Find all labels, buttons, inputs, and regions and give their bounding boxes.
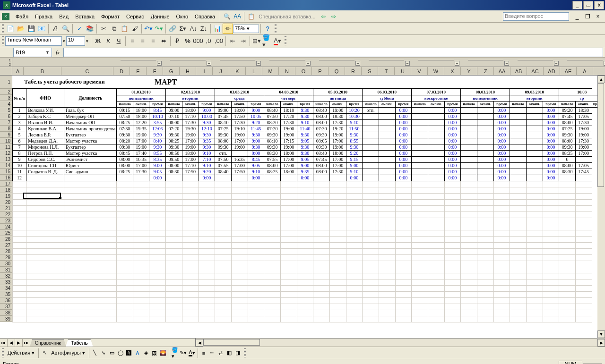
time-cell[interactable] <box>477 126 493 132</box>
time-cell[interactable] <box>559 175 576 181</box>
time-cell[interactable]: 09:30 <box>264 144 281 150</box>
time-cell[interactable]: 08:25 <box>117 169 133 175</box>
time-cell[interactable]: 0:00 <box>395 126 412 132</box>
time-cell[interactable]: 19:00 <box>329 132 346 138</box>
time-cell[interactable]: 0:00 <box>444 144 461 150</box>
time-cell[interactable]: 0:00 <box>248 150 264 156</box>
time-cell[interactable] <box>510 144 527 150</box>
time-cell[interactable]: 09:30 <box>559 132 576 138</box>
time-cell[interactable]: 9:30 <box>297 132 313 138</box>
mdi-min-icon[interactable]: _ <box>572 12 582 21</box>
doc-icon[interactable]: X <box>2 13 9 20</box>
time-cell[interactable]: 08:00 <box>559 138 576 144</box>
time-cell[interactable]: 0:00 <box>493 169 510 175</box>
time-cell[interactable]: 0:00 <box>395 144 412 150</box>
scroll-down-icon[interactable]: ▼ <box>597 330 605 338</box>
time-cell[interactable]: 09:30 <box>215 144 232 150</box>
time-cell[interactable]: 9:05 <box>297 156 313 162</box>
row-header-21[interactable]: 21 <box>0 205 12 212</box>
time-cell[interactable]: 9:30 <box>199 132 215 138</box>
time-cell[interactable] <box>363 119 379 126</box>
time-cell[interactable] <box>477 119 493 126</box>
time-cell[interactable] <box>526 144 543 150</box>
group-collapse-button[interactable]: − <box>207 61 211 66</box>
time-cell[interactable]: 9:20 <box>199 169 215 175</box>
time-cell[interactable] <box>379 144 395 150</box>
row-header-11[interactable]: 11 <box>0 144 12 150</box>
time-cell[interactable]: 07:45 <box>215 113 232 119</box>
time-cell[interactable]: 9:30 <box>248 144 264 150</box>
time-cell[interactable] <box>329 175 346 181</box>
time-cell[interactable]: 3:55 <box>149 119 166 126</box>
close-button[interactable]: X <box>594 1 604 9</box>
time-cell[interactable]: 0:00 <box>543 144 559 150</box>
time-cell[interactable]: 9:10 <box>346 119 363 126</box>
time-cell[interactable]: 6 <box>559 156 576 162</box>
time-cell[interactable]: 9:10 <box>248 169 264 175</box>
time-cell[interactable]: 08:00 <box>313 169 330 175</box>
time-cell[interactable] <box>510 150 527 156</box>
time-cell[interactable]: 19:00 <box>329 144 346 150</box>
back-icon[interactable]: ⇦ <box>319 12 328 21</box>
time-cell[interactable]: 0:00 <box>493 138 510 144</box>
time-cell[interactable]: 08:00 <box>559 119 576 126</box>
time-cell[interactable]: 19:00 <box>329 107 346 113</box>
row-header-15[interactable]: 15 <box>0 169 12 175</box>
time-cell[interactable]: 08:40 <box>264 107 281 113</box>
time-cell[interactable] <box>363 169 379 175</box>
time-cell[interactable]: 0:00 <box>395 162 412 169</box>
time-cell[interactable] <box>477 113 493 119</box>
row-header-23[interactable]: 23 <box>0 218 12 224</box>
sheet-tab-Табель[interactable]: Табель <box>66 339 93 347</box>
time-cell[interactable]: 9:30 <box>346 144 363 150</box>
col-header-AE[interactable]: AE <box>560 67 577 75</box>
time-cell[interactable] <box>461 162 477 169</box>
time-cell[interactable]: 8:55 <box>346 138 363 144</box>
col-header-N[interactable]: N <box>279 67 295 75</box>
help-icon[interactable]: ? <box>262 24 273 34</box>
menu-help[interactable]: Справка <box>191 12 218 21</box>
autoshapes[interactable]: Автофигуры ▾ <box>49 348 87 357</box>
align-left-icon[interactable]: ≡ <box>127 36 138 46</box>
row-header-2[interactable]: 2 <box>0 89 12 95</box>
oval-icon[interactable]: ◯ <box>116 349 125 357</box>
text-color-icon[interactable]: A▾ <box>188 349 196 357</box>
time-cell[interactable]: 17:20 <box>280 113 297 119</box>
preview-icon[interactable]: 🔍 <box>60 24 71 34</box>
chart-icon[interactable]: 📊 <box>212 24 223 34</box>
help-search-box[interactable]: Введите вопрос <box>503 12 569 21</box>
time-cell[interactable]: 9:30 <box>297 144 313 150</box>
time-cell[interactable]: 0:00 <box>493 175 510 181</box>
time-cell[interactable]: 09:30 <box>166 144 182 150</box>
time-cell[interactable]: 0:00 <box>395 119 412 126</box>
time-cell[interactable] <box>166 175 182 181</box>
time-cell[interactable]: 07:25 <box>559 126 576 132</box>
time-cell[interactable]: 9:35 <box>297 169 313 175</box>
time-cell[interactable]: 9:30 <box>149 144 166 150</box>
dec-indent-icon[interactable]: ⇤ <box>227 36 238 46</box>
menu-format[interactable]: Формат <box>98 12 123 21</box>
time-cell[interactable]: 12:10 <box>199 126 215 132</box>
time-cell[interactable]: 0:00 <box>444 138 461 144</box>
time-cell[interactable] <box>379 132 395 138</box>
col-header-Y[interactable]: Y <box>461 67 477 75</box>
col-header-A[interactable]: A <box>12 67 24 75</box>
col-header-X[interactable]: X <box>444 67 461 75</box>
time-cell[interactable]: 0:00 <box>444 107 461 113</box>
time-cell[interactable]: 17:30 <box>231 119 248 126</box>
row-header-25[interactable]: 25 <box>0 230 12 236</box>
time-cell[interactable]: 0:00 <box>444 156 461 162</box>
col-header-G[interactable]: G <box>163 67 180 75</box>
col-header-Z[interactable]: Z <box>477 67 494 75</box>
redo-icon[interactable]: ↷▾ <box>154 24 164 34</box>
time-cell[interactable] <box>510 107 527 113</box>
time-cell[interactable] <box>412 126 428 132</box>
time-cell[interactable]: 9:00 <box>297 162 313 169</box>
menu-view[interactable]: Вид <box>56 12 72 21</box>
col-header-P[interactable]: P <box>312 67 328 75</box>
time-cell[interactable]: 8:35 <box>199 138 215 144</box>
time-cell[interactable]: 07:45 <box>559 113 576 119</box>
col-header-E[interactable]: E <box>130 67 147 75</box>
time-cell[interactable]: 0:00 <box>395 132 412 138</box>
menu-tools[interactable]: Сервис <box>123 12 147 21</box>
